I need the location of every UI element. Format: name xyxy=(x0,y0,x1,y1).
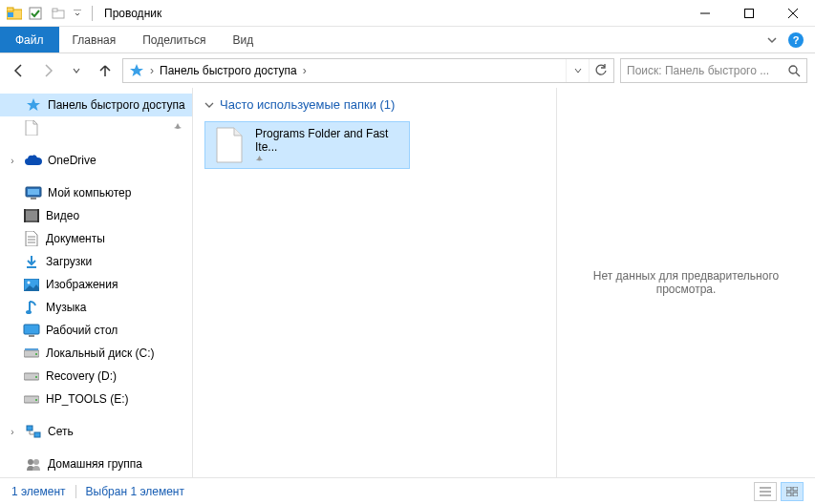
expand-icon[interactable]: › xyxy=(6,156,19,166)
computer-icon xyxy=(25,184,42,201)
sidebar-item-quick-access[interactable]: Панель быстрого доступа xyxy=(0,94,192,116)
svg-rect-2 xyxy=(8,12,13,17)
qat-properties-icon[interactable] xyxy=(25,3,46,24)
svg-rect-14 xyxy=(31,198,36,200)
window-controls xyxy=(683,0,815,27)
group-header[interactable]: Часто используемые папки (1) xyxy=(204,94,545,121)
address-right xyxy=(566,59,611,82)
address-box[interactable]: › Панель быстрого доступа › xyxy=(122,58,614,83)
sidebar-item-videos[interactable]: Видео xyxy=(0,204,192,227)
qat-dropdown-icon[interactable] xyxy=(71,3,84,24)
svg-point-32 xyxy=(35,376,37,378)
search-box[interactable]: Поиск: Панель быстрого ... xyxy=(620,58,807,83)
content: Часто используемые папки (1) Programs Fo… xyxy=(193,88,815,477)
network-icon xyxy=(25,423,42,440)
svg-point-37 xyxy=(28,459,33,465)
sidebar-item-pinned-blank[interactable] xyxy=(0,116,192,139)
window-title: Проводник xyxy=(104,7,161,20)
svg-rect-16 xyxy=(26,211,37,220)
sidebar-item-pictures[interactable]: Изображения xyxy=(0,273,192,296)
explorer-app-icon xyxy=(6,5,23,22)
maximize-button[interactable] xyxy=(727,0,771,27)
sidebar-item-label: Музыка xyxy=(46,301,86,314)
tile-text: Programs Folder and Fast Ite... xyxy=(255,127,401,164)
svg-rect-18 xyxy=(37,209,39,222)
minimize-button[interactable] xyxy=(683,0,727,27)
sidebar-item-network[interactable]: › Сеть xyxy=(0,420,192,443)
breadcrumb-chevron-icon[interactable]: › xyxy=(148,64,156,77)
files-pane[interactable]: Часто используемые папки (1) Programs Fo… xyxy=(193,88,557,477)
sidebar-item-homegroup[interactable]: Домашняя группа xyxy=(0,452,192,475)
pictures-icon xyxy=(23,276,40,293)
qat: Проводник xyxy=(0,3,161,24)
status-separator xyxy=(75,485,76,498)
svg-rect-45 xyxy=(793,493,798,496)
file-tab[interactable]: Файл xyxy=(0,27,59,52)
svg-point-10 xyxy=(789,66,797,74)
svg-rect-13 xyxy=(28,189,39,195)
forward-button[interactable] xyxy=(36,59,59,82)
titlebar: Проводник xyxy=(0,0,815,27)
sidebar-item-label: Домашняя группа xyxy=(48,457,142,471)
search-placeholder: Поиск: Панель быстрого ... xyxy=(627,64,788,77)
body: Панель быстрого доступа › OneDrive Мой к… xyxy=(0,88,815,477)
up-button[interactable] xyxy=(94,59,117,82)
recent-locations-button[interactable] xyxy=(65,59,88,82)
sidebar-item-drive-e[interactable]: HP_TOOLS (E:) xyxy=(0,388,192,410)
close-button[interactable] xyxy=(771,0,815,27)
sidebar-item-drive-d[interactable]: Recovery (D:) xyxy=(0,365,192,388)
sidebar-item-label: Recovery (D:) xyxy=(46,369,117,383)
svg-rect-17 xyxy=(24,209,26,222)
sidebar[interactable]: Панель быстрого доступа › OneDrive Мой к… xyxy=(0,88,193,477)
breadcrumb-segment[interactable]: Панель быстрого доступа xyxy=(156,64,301,77)
document-icon xyxy=(23,119,40,136)
title-separator xyxy=(92,6,93,21)
pin-icon xyxy=(255,156,401,164)
onedrive-icon xyxy=(25,152,42,169)
sidebar-item-onedrive[interactable]: › OneDrive xyxy=(0,149,192,172)
sidebar-item-desktop[interactable]: Рабочий стол xyxy=(0,319,192,342)
collapse-group-icon[interactable] xyxy=(204,100,214,110)
svg-rect-5 xyxy=(53,9,57,11)
sidebar-item-label: Видео xyxy=(46,209,79,222)
svg-rect-7 xyxy=(745,9,754,17)
sidebar-item-downloads[interactable]: Загрузки xyxy=(0,250,192,273)
ribbon-right: ? xyxy=(767,27,815,52)
downloads-icon xyxy=(23,253,40,270)
refresh-button[interactable] xyxy=(589,59,611,82)
svg-line-11 xyxy=(796,73,800,76)
ribbon-collapse-icon[interactable] xyxy=(767,35,777,45)
sidebar-item-label: Панель быстрого доступа xyxy=(48,98,185,112)
sidebar-item-label: Изображения xyxy=(46,278,118,291)
quick-access-star-icon xyxy=(25,96,42,114)
sidebar-item-my-computer[interactable]: Мой компьютер xyxy=(0,181,192,204)
back-button[interactable] xyxy=(8,59,31,82)
svg-rect-36 xyxy=(34,432,40,437)
homegroup-icon xyxy=(25,455,42,472)
help-icon[interactable]: ? xyxy=(788,32,804,48)
file-tile[interactable]: Programs Folder and Fast Ite... xyxy=(204,121,410,169)
sidebar-item-label: Локальный диск (C:) xyxy=(46,346,155,360)
sidebar-item-drive-c[interactable]: Локальный диск (C:) xyxy=(0,342,192,365)
pin-icon xyxy=(173,123,182,133)
tab-home[interactable]: Главная xyxy=(59,27,130,52)
svg-rect-42 xyxy=(786,487,791,491)
status-count: 1 элемент xyxy=(11,485,66,498)
qat-newfolder-icon[interactable] xyxy=(48,3,69,24)
drive-icon xyxy=(23,390,40,408)
sidebar-item-documents[interactable]: Документы xyxy=(0,227,192,250)
tab-view[interactable]: Вид xyxy=(219,27,267,52)
sidebar-item-label: Мой компьютер xyxy=(48,186,131,200)
sidebar-item-music[interactable]: Музыка xyxy=(0,296,192,319)
details-view-button[interactable] xyxy=(754,482,777,501)
svg-rect-29 xyxy=(25,348,38,350)
icons-view-button[interactable] xyxy=(781,482,804,501)
ribbon: Файл Главная Поделиться Вид ? xyxy=(0,27,815,53)
breadcrumb-chevron-icon[interactable]: › xyxy=(301,64,309,77)
statusbar: 1 элемент Выбран 1 элемент xyxy=(0,477,815,504)
document-icon xyxy=(213,126,246,164)
desktop-icon xyxy=(23,322,40,339)
address-dropdown-icon[interactable] xyxy=(566,59,589,82)
tab-share[interactable]: Поделиться xyxy=(129,27,219,52)
expand-icon[interactable]: › xyxy=(6,427,19,437)
